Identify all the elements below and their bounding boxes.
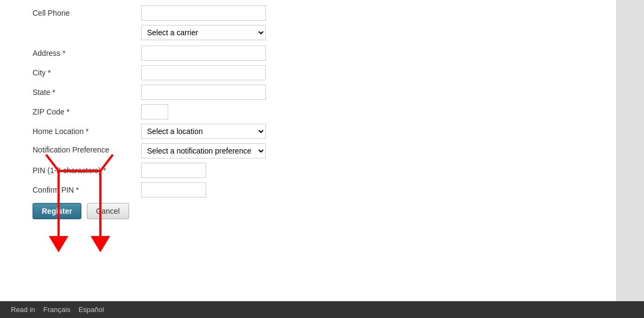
address-row: Address * [33,46,595,61]
cancel-button[interactable]: Cancel [87,203,129,219]
svg-marker-3 [91,236,110,252]
cell-phone-label: Cell Phone [33,9,141,17]
french-link[interactable]: Français [43,306,71,314]
cell-phone-row: Cell Phone [33,5,595,21]
city-input[interactable] [141,65,266,80]
home-location-row: Home Location * Select a location Locati… [33,124,595,139]
confirm-pin-row: Confirm PIN * [33,182,595,198]
home-location-select[interactable]: Select a location Location A Location B [141,124,266,139]
notification-select[interactable]: Select a notification preference Email S… [141,143,266,158]
pin-row: PIN (1-8 characters) * [33,163,595,178]
pin-label: PIN (1-8 characters) * [33,166,141,175]
pin-input[interactable] [141,163,206,178]
notification-row: Notification Preference Select a notific… [33,143,595,158]
confirm-pin-label: Confirm PIN * [33,186,141,194]
address-input[interactable] [141,46,266,61]
confirm-pin-input[interactable] [141,182,206,198]
zip-label: ZIP Code * [33,107,141,116]
spanish-link[interactable]: Español [79,306,104,314]
read-in-label: Read in [11,306,35,314]
address-label: Address * [33,49,141,58]
cell-phone-input[interactable] [141,5,266,21]
footer: Read in Français Español [0,301,644,318]
city-label: City * [33,68,141,77]
state-input[interactable] [141,85,266,100]
home-location-label: Home Location * [33,127,141,136]
register-button[interactable]: Register [33,203,81,219]
button-row: Register Cancel [33,203,595,219]
zip-row: ZIP Code * [33,104,595,119]
notification-label: Notification Preference [33,143,141,154]
carrier-row: Select a carrier AT&T Verizon T-Mobile [141,25,595,40]
zip-input[interactable] [141,104,168,119]
carrier-select[interactable]: Select a carrier AT&T Verizon T-Mobile [141,25,266,40]
state-label: State * [33,88,141,97]
svg-marker-1 [49,236,68,252]
side-panel [617,0,644,301]
city-row: City * [33,65,595,80]
state-row: State * [33,85,595,100]
